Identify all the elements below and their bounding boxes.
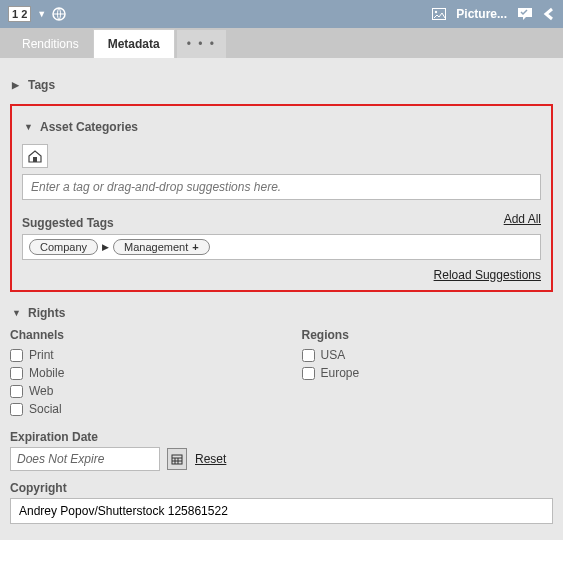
tag-pill-label: Company <box>40 241 87 253</box>
collapse-chevron-icon[interactable] <box>543 7 555 21</box>
plus-icon: + <box>192 241 198 253</box>
svg-rect-3 <box>33 157 37 162</box>
chevron-down-icon: ▼ <box>12 308 22 318</box>
tab-bar: Renditions Metadata • • • <box>0 28 563 58</box>
globe-icon[interactable] <box>52 7 66 21</box>
expiration-date-input[interactable] <box>10 447 160 471</box>
tag-pill-company[interactable]: Company <box>29 239 98 255</box>
copyright-input[interactable] <box>10 498 553 524</box>
tag-pill-management[interactable]: Management+ <box>113 239 210 255</box>
tag-input[interactable] <box>22 174 541 200</box>
checkbox-europe[interactable]: Europe <box>302 366 554 380</box>
chevron-down-icon: ▼ <box>24 122 34 132</box>
tab-renditions[interactable]: Renditions <box>8 30 93 58</box>
copyright-label: Copyright <box>10 481 553 495</box>
checkbox-usa[interactable]: USA <box>302 348 554 362</box>
house-tag-icon <box>27 149 43 163</box>
reset-link[interactable]: Reset <box>195 452 226 466</box>
checkbox-label: Europe <box>321 366 360 380</box>
checkbox-label: USA <box>321 348 346 362</box>
calendar-icon <box>171 453 183 465</box>
section-rights-title: Rights <box>28 306 65 320</box>
section-asset-categories-header[interactable]: ▼ Asset Categories <box>22 114 541 140</box>
expiration-date-label: Expiration Date <box>10 430 553 444</box>
dropdown-caret-icon[interactable]: ▼ <box>37 9 46 19</box>
section-asset-categories-title: Asset Categories <box>40 120 138 134</box>
asset-categories-section: ▼ Asset Categories Suggested Tags Add Al… <box>10 104 553 292</box>
section-rights-header[interactable]: ▼ Rights <box>10 300 553 326</box>
svg-rect-4 <box>172 455 182 464</box>
checkbox-social[interactable]: Social <box>10 402 262 416</box>
view-toggle-button[interactable]: 1 2 <box>8 6 31 22</box>
checkbox-label: Print <box>29 348 54 362</box>
checkbox-print[interactable]: Print <box>10 348 262 362</box>
tab-metadata[interactable]: Metadata <box>93 29 175 58</box>
picture-label[interactable]: Picture... <box>456 7 507 21</box>
calendar-button[interactable] <box>167 448 187 470</box>
tag-pill-label: Management <box>124 241 188 253</box>
checkbox-web[interactable]: Web <box>10 384 262 398</box>
chevron-right-icon: ▶ <box>102 242 109 252</box>
channels-label: Channels <box>10 328 262 342</box>
section-tags-header[interactable]: ▶ Tags <box>10 72 553 98</box>
checkbox-label: Web <box>29 384 53 398</box>
svg-point-2 <box>435 11 437 13</box>
comment-check-icon[interactable] <box>517 7 533 21</box>
picture-icon <box>432 8 446 20</box>
add-all-link[interactable]: Add All <box>504 212 541 226</box>
reload-suggestions-link[interactable]: Reload Suggestions <box>434 268 541 282</box>
suggested-tags-label: Suggested Tags <box>22 216 114 230</box>
suggested-tags-bar: Company ▶ Management+ <box>22 234 541 260</box>
checkbox-label: Mobile <box>29 366 64 380</box>
checkbox-mobile[interactable]: Mobile <box>10 366 262 380</box>
chevron-right-icon: ▶ <box>12 80 22 90</box>
checkbox-label: Social <box>29 402 62 416</box>
metadata-panel: ▶ Tags ▼ Asset Categories Suggested Tags… <box>0 58 563 540</box>
section-tags-title: Tags <box>28 78 55 92</box>
category-picker-button[interactable] <box>22 144 48 168</box>
title-bar: 1 2 ▼ Picture... <box>0 0 563 28</box>
tab-overflow[interactable]: • • • <box>177 30 226 58</box>
regions-label: Regions <box>302 328 554 342</box>
